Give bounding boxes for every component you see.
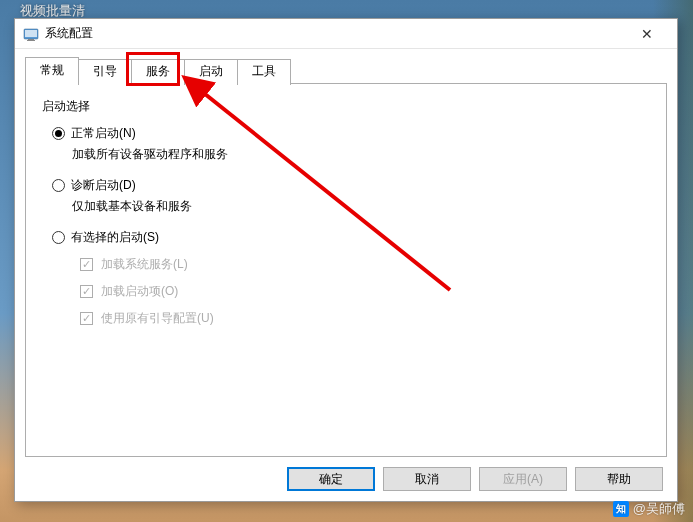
dialog-buttons: 确定 取消 应用(A) 帮助 xyxy=(25,457,667,491)
radio-normal-startup[interactable]: 正常启动(N) xyxy=(52,125,648,142)
zhihu-icon: 知 xyxy=(613,501,629,517)
radio-selective-startup[interactable]: 有选择的启动(S) xyxy=(52,229,648,246)
svg-rect-1 xyxy=(25,30,37,37)
svg-rect-2 xyxy=(28,39,34,40)
help-button[interactable]: 帮助 xyxy=(575,467,663,491)
startup-selection-label: 启动选择 xyxy=(42,98,648,115)
tab-strip: 常规 引导 服务 启动 工具 xyxy=(25,57,667,83)
tab-services[interactable]: 服务 xyxy=(131,59,185,85)
tab-startup[interactable]: 启动 xyxy=(184,59,238,85)
radio-icon xyxy=(52,231,65,244)
radio-label: 诊断启动(D) xyxy=(71,177,136,194)
tab-panel-general: 启动选择 正常启动(N) 加载所有设备驱动程序和服务 诊断启动(D) 仅加载基本… xyxy=(25,83,667,457)
checkbox-load-system-services: 加载系统服务(L) xyxy=(80,256,648,273)
checkbox-load-startup-items: 加载启动项(O) xyxy=(80,283,648,300)
system-config-dialog: 系统配置 ✕ 常规 引导 服务 启动 工具 启动选择 正常启动(N) 加载所有设… xyxy=(14,18,678,502)
radio-label: 有选择的启动(S) xyxy=(71,229,159,246)
radio-icon xyxy=(52,179,65,192)
watermark: 知 @吴師傅 xyxy=(613,500,685,518)
apply-button: 应用(A) xyxy=(479,467,567,491)
tab-boot[interactable]: 引导 xyxy=(78,59,132,85)
watermark-text: @吴師傅 xyxy=(633,500,685,518)
tab-general[interactable]: 常规 xyxy=(25,57,79,84)
checkbox-label: 加载启动项(O) xyxy=(101,283,178,300)
app-icon xyxy=(23,26,39,42)
checkbox-label: 使用原有引导配置(U) xyxy=(101,310,214,327)
tab-tools[interactable]: 工具 xyxy=(237,59,291,85)
checkbox-icon xyxy=(80,312,93,325)
radio-diagnostic-startup[interactable]: 诊断启动(D) xyxy=(52,177,648,194)
checkbox-label: 加载系统服务(L) xyxy=(101,256,188,273)
close-button[interactable]: ✕ xyxy=(625,20,669,48)
checkbox-icon xyxy=(80,258,93,271)
checkbox-icon xyxy=(80,285,93,298)
radio-diagnostic-subtext: 仅加载基本设备和服务 xyxy=(72,198,648,215)
titlebar: 系统配置 ✕ xyxy=(15,19,677,49)
dialog-title: 系统配置 xyxy=(45,25,625,42)
ok-button[interactable]: 确定 xyxy=(287,467,375,491)
svg-rect-3 xyxy=(27,40,35,41)
radio-icon xyxy=(52,127,65,140)
radio-normal-subtext: 加载所有设备驱动程序和服务 xyxy=(72,146,648,163)
cancel-button[interactable]: 取消 xyxy=(383,467,471,491)
radio-label: 正常启动(N) xyxy=(71,125,136,142)
checkbox-use-original-boot-config: 使用原有引导配置(U) xyxy=(80,310,648,327)
